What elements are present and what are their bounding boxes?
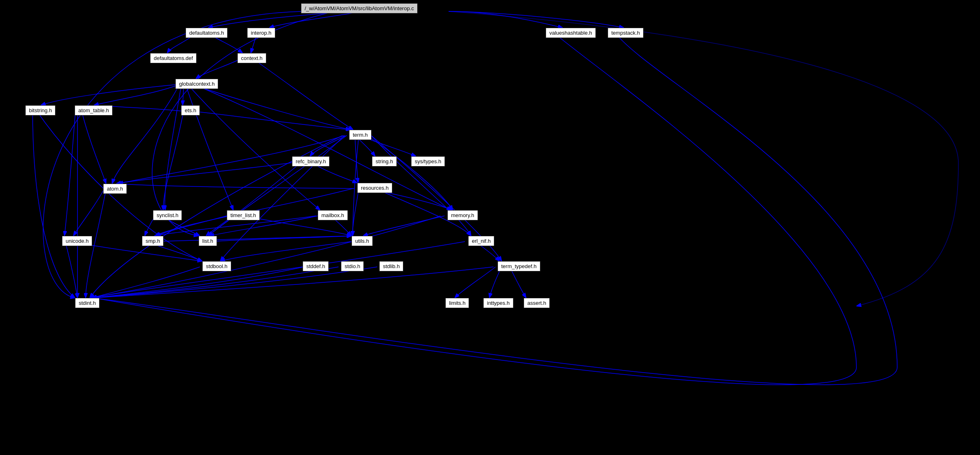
node-stdbool-h[interactable]: stdbool.h	[202, 261, 231, 271]
node-stdlib-h[interactable]: stdlib.h	[379, 261, 403, 271]
node-ets-h[interactable]: ets.h	[181, 105, 200, 115]
node-term-h[interactable]: term.h	[349, 130, 372, 140]
node-synclist-h[interactable]: synclist.h	[153, 210, 182, 220]
node-globalcontext-h[interactable]: globalcontext.h	[175, 79, 218, 89]
node-limits-h[interactable]: limits.h	[445, 298, 469, 308]
node-term-typedef-h[interactable]: term_typedef.h	[498, 261, 540, 271]
node-stddef-h[interactable]: stddef.h	[303, 261, 329, 271]
node-mailbox-h[interactable]: mailbox.h	[318, 210, 348, 220]
node-stdint-h[interactable]: stdint.h	[75, 298, 100, 308]
node-atom-table-h[interactable]: atom_table.h	[75, 105, 113, 115]
node-unicode-h[interactable]: unicode.h	[62, 236, 92, 246]
node-bitstring-h[interactable]: bitstring.h	[25, 105, 55, 115]
node-context-h[interactable]: context.h	[237, 53, 266, 63]
node-assert-h[interactable]: assert.h	[524, 298, 550, 308]
node-timer-list-h[interactable]: timer_list.h	[227, 210, 260, 220]
node-inttypes-h[interactable]: inttypes.h	[483, 298, 513, 308]
node-erl-nif-h[interactable]: erl_nif.h	[468, 236, 494, 246]
node-stdio-h[interactable]: stdio.h	[341, 261, 364, 271]
node-smp-h[interactable]: smp.h	[142, 236, 164, 246]
node-list-h[interactable]: list.h	[199, 236, 217, 246]
node-utils-h[interactable]: utils.h	[352, 236, 373, 246]
node-tempstack-h[interactable]: tempstack.h	[608, 28, 644, 38]
node-string-h[interactable]: string.h	[372, 156, 397, 166]
node-defaultatoms-h[interactable]: defaultatoms.h	[186, 28, 228, 38]
node-main[interactable]: /_w/AtomVM/AtomVM/src/libAtomVM/interop.…	[301, 3, 418, 13]
node-sys-types-h[interactable]: sys/types.h	[411, 156, 445, 166]
node-memory-h[interactable]: memory.h	[447, 210, 478, 220]
node-resources-h[interactable]: resources.h	[357, 183, 392, 193]
node-defaultatoms-def[interactable]: defaultatoms.def	[150, 53, 197, 63]
node-valueshashtable-h[interactable]: valueshashtable.h	[546, 28, 596, 38]
node-refc-binary-h[interactable]: refc_binary.h	[292, 156, 330, 166]
node-interop-h[interactable]: interop.h	[247, 28, 275, 38]
node-atom-h[interactable]: atom.h	[103, 184, 127, 194]
